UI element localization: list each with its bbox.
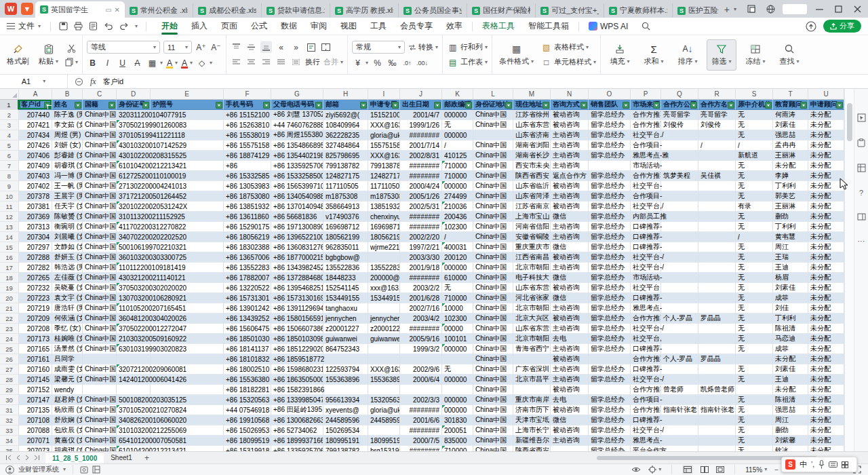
cell[interactable] [589, 385, 631, 395]
cell[interactable]: 2000/7/5 [400, 436, 442, 446]
cell[interactable]: 2002/3/3 [400, 395, 442, 405]
cell[interactable]: +86 15332585 [224, 171, 271, 181]
cell[interactable]: +86 15320563 [224, 395, 271, 405]
cell[interactable]: 2001/4/7 [400, 110, 442, 120]
document-tab[interactable]: S贷款申请信息.xlsx [262, 3, 330, 18]
cell[interactable] [117, 354, 151, 364]
cell[interactable]: 110112200109181419 [117, 263, 151, 273]
cell[interactable]: 207265 [19, 273, 52, 283]
column-letter-U[interactable]: U [808, 89, 844, 100]
number-format-select[interactable]: 常规▾ [352, 41, 405, 54]
cell[interactable]: China中国 [473, 405, 513, 415]
cell[interactable] [513, 354, 551, 364]
cell[interactable] [661, 425, 698, 436]
filter-dropdown-icon[interactable] [505, 102, 512, 109]
cell[interactable]: 雅思考点- [631, 303, 661, 314]
cell[interactable] [661, 191, 698, 202]
cell[interactable]: +86 [224, 161, 271, 171]
cell[interactable]: 丁利利 [773, 181, 808, 191]
cell[interactable]: 207135 [19, 405, 52, 415]
cell[interactable]: China中国 [83, 120, 117, 130]
cell[interactable]: China中国 [473, 334, 513, 344]
cell[interactable]: / [736, 232, 773, 242]
cell[interactable]: XXX@163. [368, 151, 400, 161]
cell[interactable]: 169698712 [368, 222, 400, 232]
cell[interactable]: 207403 [19, 171, 52, 181]
cell[interactable]: 刘妍 (女) [52, 140, 83, 151]
cell[interactable]: 未分配 [808, 130, 844, 140]
cell[interactable]: 重庆重庆市 [513, 242, 551, 252]
cell[interactable]: 200051 [442, 425, 473, 436]
cell[interactable] [117, 385, 151, 395]
header-cell[interactable]: 教育顾问 [773, 100, 808, 110]
cell[interactable]: 340702200202202520 [117, 232, 151, 242]
cell[interactable]: +86 15536380 [224, 375, 271, 385]
cell[interactable]: 未分配 [808, 161, 844, 171]
cell[interactable] [661, 140, 698, 151]
cell[interactable]: 留学总经办 [589, 283, 631, 293]
cell[interactable]: 108409964 [323, 120, 368, 130]
column-letter-E[interactable]: E [151, 89, 224, 100]
cell[interactable]: China中国 [83, 405, 117, 415]
cell[interactable]: 102300 [442, 222, 473, 232]
cell[interactable]: China中国 [83, 334, 117, 344]
cell[interactable]: +86 1506607386 [271, 324, 323, 334]
cell[interactable]: 无 [736, 405, 773, 415]
cell[interactable]: 122593794 [323, 364, 368, 375]
cell[interactable]: 799138782 [368, 161, 400, 171]
cell[interactable]: China中国 [83, 171, 117, 181]
cell[interactable]: 内部员工推 [631, 212, 661, 222]
cell[interactable] [151, 354, 224, 364]
cell[interactable]: 指南针张老 [698, 405, 736, 415]
cell[interactable]: China中国 [83, 181, 117, 191]
cell[interactable] [698, 344, 736, 354]
cell[interactable]: China中国 [473, 354, 513, 364]
cell[interactable]: 左佳薇 (女 [52, 273, 83, 283]
cut-icon[interactable] [65, 43, 78, 54]
cell[interactable]: 山东省东营 [513, 283, 551, 293]
cell[interactable] [698, 364, 736, 375]
search-icon[interactable] [635, 18, 657, 35]
cell[interactable]: 未分配 [808, 364, 844, 375]
cell[interactable]: 2005/1/26 [400, 191, 442, 202]
sort-button[interactable]: A↓ 排序▾ [673, 39, 703, 71]
cell[interactable]: 135522836 [368, 263, 400, 273]
cell[interactable]: 口碑推荐- [631, 242, 661, 252]
cell[interactable]: China中国 [83, 344, 117, 354]
cell[interactable]: 社交平台,/ [631, 202, 661, 212]
cell[interactable]: 河北省张家 [513, 293, 551, 303]
cell[interactable]: 135522836 [323, 263, 368, 273]
cell[interactable]: 117110505 [368, 181, 400, 191]
header-cell[interactable]: 出生日期 [400, 100, 442, 110]
cell[interactable] [698, 191, 736, 202]
column-letter-O[interactable]: O [589, 89, 631, 100]
cell[interactable]: China中国 [473, 232, 513, 242]
cell[interactable]: +86 15538019 [224, 130, 271, 140]
column-letter-H[interactable]: H [323, 89, 368, 100]
cell[interactable]: tanghaoxu [323, 303, 368, 314]
cell[interactable]: 207071 [19, 436, 52, 446]
cell[interactable]: 500108200203035125 [117, 395, 151, 405]
cell[interactable]: +86 1395468251 [271, 283, 323, 293]
cell[interactable]: 留学总经办 [589, 436, 631, 446]
more-icon[interactable]: ⋯ [858, 237, 865, 246]
cell[interactable]: +86 1396522100 [271, 232, 323, 242]
filter-dropdown-icon[interactable] [653, 102, 660, 109]
cell[interactable]: 400031 [442, 242, 473, 252]
selection-pane-icon[interactable] [857, 113, 866, 122]
cell[interactable]: China中国 [83, 140, 117, 151]
filter-dropdown-icon[interactable] [315, 102, 322, 109]
cell[interactable]: 274499 [442, 191, 473, 202]
cell[interactable]: 钦冰 [773, 446, 808, 451]
cell[interactable]: 胡睿琪 (女 [52, 161, 83, 171]
cell[interactable]: 留学总经办 [589, 191, 631, 202]
cell[interactable]: 2002/8/31 [400, 151, 442, 161]
prev-sheet-icon[interactable] [16, 455, 20, 461]
cell[interactable]: / [736, 140, 773, 151]
cell[interactable]: 207440 [19, 110, 52, 120]
cell[interactable]: 桂婉唯 (女 [52, 334, 83, 344]
filter-dropdown-icon[interactable] [44, 102, 51, 109]
cell[interactable]: 未分配 [808, 263, 844, 273]
cell[interactable]: 956613934 [323, 395, 368, 405]
formula-content[interactable]: 客户id [103, 77, 124, 87]
